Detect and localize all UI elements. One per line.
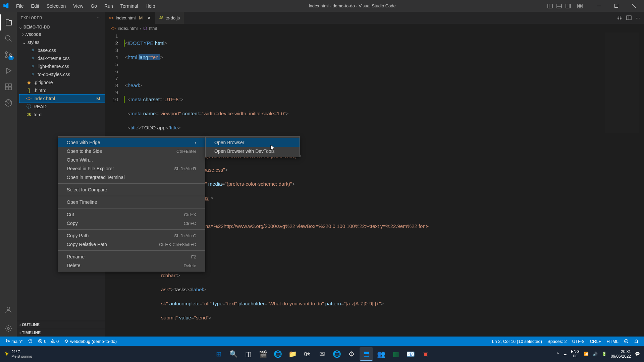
file-todo-css[interactable]: #to-do-styles.css [19,70,105,78]
menu-edit[interactable]: Edit [28,2,43,10]
taskbar-vscode[interactable]: ⬒ [360,347,373,361]
customize-layout-icon[interactable] [576,2,584,10]
status-spaces[interactable]: Spaces: 2 [545,339,570,344]
menu-reveal[interactable]: Reveal in File ExplorerShift+Alt+R [58,164,205,173]
maximize-button[interactable] [608,0,624,12]
status-debug-target[interactable]: webdebug (demo-to-do) [61,337,119,346]
menu-help[interactable]: Help [142,2,159,10]
activity-settings[interactable] [0,320,16,337]
tray-onedrive-icon[interactable]: ☁ [563,352,567,356]
tray-notifications-icon[interactable]: 💬 [635,352,640,356]
tray-language[interactable]: ENGDE [571,350,580,358]
submenu-open-devtools[interactable]: Open Browser with DevTools [206,147,300,156]
tray-wifi-icon[interactable]: 📶 [584,352,589,356]
sidebar-more-icon[interactable]: ⋯ [97,15,101,20]
file-index-html[interactable]: <>index.htmlM [19,95,105,103]
status-problems[interactable]: 0 0 [35,337,61,346]
breadcrumb-symbol[interactable]: html [149,26,157,31]
minimize-button[interactable] [591,0,606,12]
tray-battery-icon[interactable]: 🔋 [602,352,607,356]
project-header[interactable]: ⌄ DEMO-TO-DO [17,24,105,30]
tray-clock[interactable]: 20:3109/06/2022 [611,349,631,359]
menu-view[interactable]: View [70,2,87,10]
taskbar-excel[interactable]: ▦ [389,347,402,361]
status-cursor[interactable]: Ln 2, Col 16 (10 selected) [489,339,545,344]
activity-explorer[interactable] [0,14,16,31]
menu-selection[interactable]: Selection [43,2,69,10]
tray-volume-icon[interactable]: 🔊 [593,352,598,356]
menu-separator [58,229,205,230]
timeline-section[interactable]: › TIMELINE [17,329,105,337]
close-button[interactable] [626,0,641,12]
folder-vscode[interactable]: › .vscode [19,30,105,38]
file-dark-css[interactable]: #dark-theme.css [19,54,105,62]
close-icon[interactable]: ✕ [147,15,151,20]
tab-index-html[interactable]: <> index.html M ✕ [105,12,155,24]
file-readme[interactable]: ⓘREAD [19,103,105,111]
submenu-open-browser[interactable]: Open Browser [206,138,300,147]
taskbar-app[interactable]: 🎬 [256,347,270,361]
menu-open-with[interactable]: Open With... [58,156,205,164]
breadcrumbs[interactable]: <> index.html › ⬡ html [105,24,644,33]
file-light-css[interactable]: #light-theme.css [19,62,105,70]
taskbar-mail[interactable]: ✉ [315,347,329,361]
status-encoding[interactable]: UTF-8 [570,339,587,344]
menu-open-side[interactable]: Open to the SideCtrl+Enter [58,147,205,156]
status-branch[interactable]: main* [3,337,25,346]
activity-debug[interactable] [0,63,16,79]
taskbar-outlook[interactable]: 📧 [404,347,417,361]
menu-open-timeline[interactable]: Open Timeline [58,198,205,206]
more-icon[interactable]: ⋯ [636,15,640,20]
activity-scm[interactable]: 7 [0,47,16,63]
status-eol[interactable]: CRLF [587,339,604,344]
file-todo-js[interactable]: JSto-d [19,111,105,119]
file-base-css[interactable]: #base.css [19,46,105,54]
menu-run[interactable]: Run [101,2,116,10]
taskbar-weather[interactable]: ☀ 21°C Meist sonnig [4,350,32,358]
menu-open-terminal[interactable]: Open in Integrated Terminal [58,173,205,182]
status-language[interactable]: HTML [604,339,621,344]
start-button[interactable]: ⊞ [212,347,225,361]
taskbar-teams[interactable]: 👥 [374,347,388,361]
taskbar-edge-dev[interactable]: 🌐 [330,347,343,361]
toggle-panel-bottom-icon[interactable] [555,2,563,10]
outline-section[interactable]: › OUTLINE [17,321,105,328]
menu-open-edge[interactable]: Open with Edge› [58,138,205,147]
taskbar-search-icon[interactable]: 🔍 [227,347,240,361]
menu-terminal[interactable]: Terminal [117,2,142,10]
breadcrumb-file[interactable]: index.html [118,26,138,31]
taskbar-store[interactable]: 🛍 [301,347,314,361]
minimap[interactable] [605,33,639,133]
menu-shortcut: Shift+Alt+R [174,166,196,171]
menu-copy[interactable]: CopyCtrl+C [58,219,205,228]
taskbar-app-red[interactable]: ▣ [419,347,432,361]
menu-file[interactable]: File [13,2,27,10]
activity-extensions[interactable] [0,79,16,95]
status-bell-icon[interactable] [631,339,641,344]
file-gitignore[interactable]: ◆.gitignore [19,78,105,86]
taskbar-settings[interactable]: ⚙ [345,347,358,361]
file-hintrc[interactable]: {}.hintrc [19,86,105,95]
toggle-panel-left-icon[interactable] [546,2,554,10]
status-feedback-icon[interactable] [621,339,631,344]
diff-icon[interactable] [617,15,622,20]
menu-delete[interactable]: DeleteDelete [58,261,205,270]
menu-rename[interactable]: RenameF2 [58,252,205,261]
tab-todo-js[interactable]: JS to-do.js [155,12,184,24]
status-sync[interactable] [25,337,35,346]
tray-chevron-icon[interactable]: ^ [557,352,559,356]
menu-cut[interactable]: CutCtrl+X [58,210,205,219]
menu-copy-rel-path[interactable]: Copy Relative PathCtrl+K Ctrl+Shift+C [58,240,205,249]
taskbar-taskview-icon[interactable]: ◫ [241,347,255,361]
activity-search[interactable] [0,31,16,47]
folder-styles[interactable]: ⌄ styles [19,38,105,46]
taskbar-explorer[interactable]: 📁 [286,347,299,361]
activity-account[interactable] [0,302,16,318]
menu-go[interactable]: Go [87,2,100,10]
menu-copy-path[interactable]: Copy PathShift+Alt+C [58,231,205,240]
activity-edge-icon[interactable] [0,95,16,111]
toggle-panel-right-icon[interactable] [564,2,572,10]
menu-select-compare[interactable]: Select for Compare [58,185,205,194]
taskbar-edge[interactable]: 🌐 [271,347,284,361]
split-editor-icon[interactable] [626,15,632,20]
